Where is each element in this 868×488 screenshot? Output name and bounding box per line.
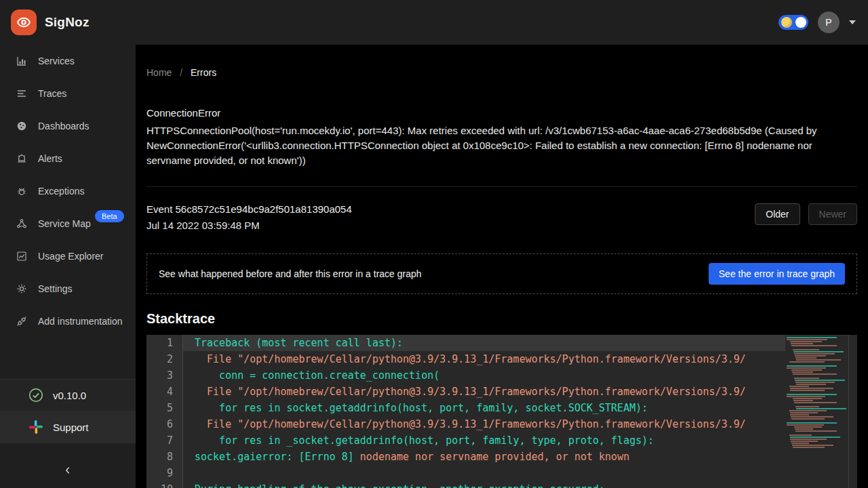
sidebar-item-label: Traces: [38, 88, 66, 99]
check-circle-icon: [28, 388, 43, 403]
error-message: HTTPSConnectionPool(host='run.mocekdy.io…: [146, 123, 857, 168]
version-row: v0.10.0: [0, 380, 136, 411]
error-type-title: ConnectionError: [146, 107, 857, 119]
code-lines: 1Traceback (most recent call last):2 Fil…: [146, 335, 857, 488]
sidebar-item-services[interactable]: Services: [0, 45, 136, 77]
chevron-down-icon[interactable]: [849, 20, 856, 24]
moon-icon: [781, 17, 792, 28]
sidebar-item-service-map[interactable]: Service Map Beta: [0, 207, 136, 240]
gear-icon: [16, 283, 27, 294]
sidebar-item-exceptions[interactable]: Exceptions: [0, 175, 136, 207]
code-minimap: [785, 336, 848, 488]
stacktrace-title: Stacktrace: [146, 311, 857, 327]
code-scrollbar[interactable]: [848, 335, 857, 488]
avatar-initial: P: [825, 17, 831, 28]
sidebar-item-alerts[interactable]: Alerts: [0, 142, 136, 175]
sidebar-menu: Services Traces Dashboards Alerts Except…: [0, 45, 136, 338]
beta-badge: Beta: [95, 210, 124, 222]
line-chart-icon: [16, 251, 27, 262]
event-id: Event 56c8572c51e94bc9a2f501a81390a054: [146, 203, 352, 215]
breadcrumb-current: Errors: [191, 67, 216, 78]
app-logo[interactable]: SigNoz: [0, 0, 136, 45]
sidebar-item-label: Settings: [38, 283, 73, 294]
event-timestamp: Jul 14 2022 03:59:48 PM: [146, 220, 352, 231]
newer-button[interactable]: Newer: [808, 203, 857, 225]
code-line: 2 File "/opt/homebrew/Cellar/python@3.9/…: [146, 351, 857, 367]
main-content: Home / Errors ConnectionError HTTPSConne…: [136, 45, 868, 488]
sidebar-item-label: Services: [38, 56, 75, 66]
breadcrumb: Home / Errors: [146, 67, 857, 78]
plug-icon: [16, 316, 27, 327]
sidebar-item-label: Service Map: [38, 218, 91, 229]
chevron-left-icon: [63, 466, 73, 478]
support-row[interactable]: Support: [0, 411, 136, 443]
sidebar-bottom: v0.10.0 Support: [0, 379, 136, 488]
code-line: 3 conn = connection.create_connection(: [146, 367, 857, 384]
avatar[interactable]: P: [818, 12, 840, 33]
toggle-knob: [795, 17, 806, 28]
sidebar-item-label: Alerts: [38, 153, 62, 164]
alarm-icon: [16, 153, 27, 164]
network-icon: [16, 218, 27, 229]
sidebar-item-label: Exceptions: [38, 186, 84, 197]
trace-graph-banner: See what happened before and after this …: [146, 253, 857, 294]
dashboard-icon: [16, 121, 27, 131]
code-line: 7 for res in _socket.getaddrinfo(host, p…: [146, 432, 857, 449]
bar-chart-icon: [16, 56, 27, 66]
sidebar-item-dashboards[interactable]: Dashboards: [0, 110, 136, 142]
breadcrumb-home-link[interactable]: Home: [146, 67, 172, 78]
event-section: Event 56c8572c51e94bc9a2f501a81390a054 J…: [146, 203, 857, 231]
align-left-icon: [16, 88, 27, 99]
code-line: 4 File "/opt/homebrew/Cellar/python@3.9/…: [146, 384, 857, 400]
breadcrumb-separator: /: [180, 67, 182, 78]
sidebar-item-add-instrumentation[interactable]: Add instrumentation: [0, 305, 136, 338]
support-label: Support: [53, 422, 89, 433]
code-line: 9: [146, 465, 857, 481]
code-line: 8socket.gaierror: [Errno 8] nodename nor…: [146, 449, 857, 465]
see-trace-graph-button[interactable]: See the error in trace graph: [709, 263, 845, 285]
stacktrace-code-block: 1Traceback (most recent call last):2 Fil…: [146, 335, 857, 488]
code-line: 6 File "/opt/homebrew/Cellar/python@3.9/…: [146, 416, 857, 432]
bug-icon: [16, 186, 27, 197]
top-bar: P: [136, 0, 868, 45]
sidebar-item-settings[interactable]: Settings: [0, 272, 136, 305]
slack-icon: [28, 420, 43, 434]
code-line: 10During handling of the above exception…: [146, 481, 857, 488]
sidebar-item-label: Usage Explorer: [38, 251, 104, 262]
sidebar-collapse-button[interactable]: [0, 455, 136, 488]
version-label: v0.10.0: [53, 390, 86, 401]
app-title: SigNoz: [45, 15, 90, 30]
sidebar-item-label: Dashboards: [38, 121, 90, 131]
older-button[interactable]: Older: [755, 203, 800, 225]
section-divider: [146, 186, 857, 187]
sidebar: SigNoz Services Traces Dashboards Alerts: [0, 0, 136, 488]
code-line: 5 for res in socket.getaddrinfo(host, po…: [146, 400, 857, 416]
code-line: 1Traceback (most recent call last):: [146, 335, 857, 351]
theme-toggle[interactable]: [778, 15, 808, 30]
sidebar-item-traces[interactable]: Traces: [0, 77, 136, 110]
sidebar-item-label: Add instrumentation: [38, 316, 123, 327]
trace-banner-text: See what happened before and after this …: [159, 268, 422, 279]
sidebar-item-usage-explorer[interactable]: Usage Explorer: [0, 240, 136, 272]
signoz-logo-icon: [11, 9, 37, 35]
